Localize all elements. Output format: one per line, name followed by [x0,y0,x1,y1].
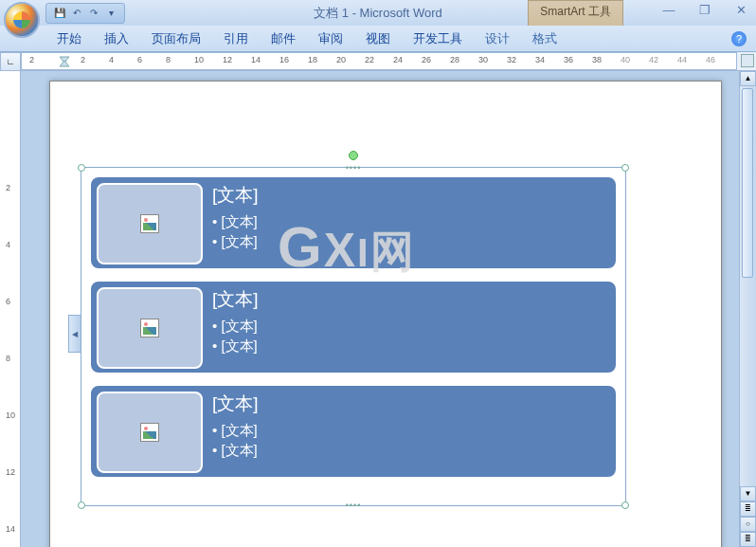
tab-selector-button[interactable]: ∟ [0,52,21,71]
ruler-tick: 12 [6,467,15,477]
smartart-title[interactable]: [文本] [212,183,259,208]
tab-home[interactable]: 开始 [45,27,93,51]
ruler-tick: 22 [365,55,374,64]
ruler-tick: 8 [166,55,171,64]
browse-object-button[interactable]: ○ [740,517,756,532]
office-button[interactable] [4,2,40,38]
svg-marker-1 [60,61,69,66]
ruler-tick: 36 [564,55,573,64]
vertical-ruler[interactable]: 2 4 6 8 10 12 14 [0,71,21,547]
ruler-tick: 4 [109,55,114,64]
smartart-item[interactable]: [文本] [文本] [文本] [89,384,618,479]
text-pane-toggle[interactable]: ◀ [68,315,81,353]
resize-handle-ne[interactable] [621,164,629,172]
ruler-tick: 40 [621,55,630,64]
ruler-tick: 32 [507,55,516,64]
main-area: 2 4 6 8 10 12 14 •••• •••• ◀ [0,71,756,547]
ruler-row: ∟ 2 2 4 6 8 10 12 14 16 18 20 22 24 26 2… [0,52,756,71]
ruler-tick: 10 [194,55,204,64]
smartart-text-block: [文本] [文本] [文本] [203,183,259,263]
tab-design[interactable]: 设计 [474,27,521,51]
smartart-bullet[interactable]: [文本] [212,316,259,336]
ruler-toggle-button[interactable] [741,54,754,67]
picture-placeholder[interactable] [97,287,203,369]
ruler-tick: 20 [336,55,346,64]
ruler-tick: 18 [308,55,317,64]
scroll-up-button[interactable]: ▲ [740,71,756,86]
resize-handle-s[interactable]: •••• [346,501,362,510]
ruler-tick: 6 [6,297,10,306]
ruler-tick: 28 [450,55,459,64]
ribbon-tabs: 开始 插入 页面布局 引用 邮件 审阅 视图 开发工具 设计 格式 ? [0,26,756,52]
tab-references[interactable]: 引用 [212,27,260,51]
prev-page-button[interactable]: ≣ [740,501,756,517]
picture-placeholder[interactable] [97,183,203,264]
image-icon [140,214,159,233]
horizontal-ruler[interactable]: 2 2 4 6 8 10 12 14 16 18 20 22 24 26 28 … [21,52,737,70]
title-bar: 💾 ↶ ↷ ▾ 文档 1 - Microsoft Word SmartArt 工… [0,0,756,26]
ruler-tick: 24 [393,55,403,64]
resize-handle-nw[interactable] [78,164,85,172]
smartart-object[interactable]: •••• •••• ◀ [文本] [文本] [文本] [文本] [81,167,626,506]
resize-handle-n[interactable]: •••• [346,163,362,173]
vertical-scrollbar[interactable]: ▲ ▼ ≣ ○ ≣ [739,71,756,547]
picture-placeholder[interactable] [97,392,203,473]
smartart-bullet[interactable]: [文本] [212,420,259,440]
ruler-tick: 16 [279,55,289,64]
smartart-item[interactable]: [文本] [文本] [文本] [89,280,618,374]
tab-insert[interactable]: 插入 [93,27,140,51]
resize-handle-se[interactable] [621,501,629,509]
window-title: 文档 1 - Microsoft Word [314,5,442,22]
indent-marker[interactable] [60,53,69,70]
tab-view[interactable]: 视图 [354,27,402,51]
smartart-bullet[interactable]: [文本] [212,440,259,460]
ruler-tick: 34 [535,55,545,64]
ruler-tick: 30 [478,55,488,64]
ruler-tick: 44 [677,55,687,64]
restore-button[interactable]: ❐ [695,3,714,18]
ruler-tick: 14 [251,55,261,64]
tab-mailings[interactable]: 邮件 [260,27,307,51]
smartart-bullet[interactable]: [文本] [212,211,259,231]
smartart-text-block: [文本] [文本] [文本] [203,392,259,471]
smartart-title[interactable]: [文本] [212,392,259,416]
ruler-tick: 8 [6,354,10,363]
page: •••• •••• ◀ [文本] [文本] [文本] [文本] [49,81,722,547]
resize-handle-sw[interactable] [78,501,85,509]
ruler-tick: 42 [649,55,658,64]
qat-more-icon[interactable]: ▾ [103,6,118,21]
ruler-tick: 2 [81,55,85,64]
smartart-title[interactable]: [文本] [212,287,259,312]
help-icon[interactable]: ? [731,31,747,46]
save-icon[interactable]: 💾 [52,6,67,21]
smartart-bullet[interactable]: [文本] [212,231,259,251]
image-icon [140,319,159,337]
tab-developer[interactable]: 开发工具 [402,27,474,51]
tab-page-layout[interactable]: 页面布局 [140,27,212,51]
smartart-item[interactable]: [文本] [文本] [文本] [89,175,618,270]
tab-format[interactable]: 格式 [521,27,568,51]
next-page-button[interactable]: ≣ [740,532,756,547]
quick-access-toolbar: 💾 ↶ ↷ ▾ [45,3,125,24]
tab-review[interactable]: 审阅 [307,27,354,51]
window-controls: — ❐ ✕ [659,3,750,18]
redo-icon[interactable]: ↷ [86,6,101,21]
ruler-tick: 10 [6,410,15,420]
ruler-tick: 46 [706,55,715,64]
smartart-bullet[interactable]: [文本] [212,336,259,356]
ruler-tick: 2 [6,183,10,192]
scroll-thumb[interactable] [742,88,753,278]
ruler-tick: 38 [592,55,602,64]
scroll-down-button[interactable]: ▼ [740,486,756,501]
ruler-tick: 26 [422,55,431,64]
smartart-text-block: [文本] [文本] [文本] [203,287,259,367]
ruler-tick: 14 [6,524,15,534]
document-area[interactable]: •••• •••• ◀ [文本] [文本] [文本] [文本] [21,71,739,547]
undo-icon[interactable]: ↶ [69,6,84,21]
image-icon [140,423,159,442]
close-button[interactable]: ✕ [731,3,750,18]
ruler-tick: 4 [6,240,10,249]
ruler-tick: 2 [29,55,34,64]
rotate-handle[interactable] [349,151,358,160]
minimize-button[interactable]: — [659,3,678,18]
